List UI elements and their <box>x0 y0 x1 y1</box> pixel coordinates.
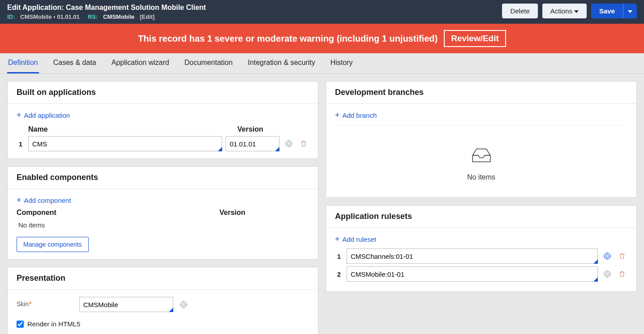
render-html5-input[interactable] <box>17 321 24 328</box>
page-title: Edit Application: Case Management Soluti… <box>7 4 206 12</box>
panel-title: Built on applications <box>8 81 318 104</box>
panel-title: Development branches <box>326 81 636 104</box>
column-version: Version <box>219 209 309 217</box>
column-name: Name <box>28 125 237 133</box>
ruleset-edit-link[interactable]: [Edit] <box>140 13 155 20</box>
render-html5-label: Render in HTML5 <box>27 320 80 328</box>
svg-point-18 <box>604 271 610 277</box>
open-ruleset-icon[interactable] <box>601 250 613 262</box>
svg-point-1 <box>288 142 290 145</box>
tab-bar: Definition Cases & data Application wiza… <box>0 53 644 74</box>
add-ruleset-link[interactable]: + Add ruleset <box>335 235 376 243</box>
development-branches-panel: Development branches + Add branch No ite… <box>326 81 637 198</box>
ruleform-header: Edit Application: Case Management Soluti… <box>0 0 644 24</box>
plus-icon: + <box>17 111 21 119</box>
skin-input[interactable] <box>79 297 173 312</box>
tab-cases-data[interactable]: Cases & data <box>52 53 97 73</box>
svg-point-7 <box>182 303 185 306</box>
open-rule-icon[interactable] <box>283 138 295 150</box>
svg-point-0 <box>286 141 292 147</box>
skin-label: Skin* <box>17 300 75 309</box>
app-name-input[interactable] <box>28 136 222 151</box>
row-number: 1 <box>335 253 343 260</box>
rs-label: RS: <box>88 13 98 20</box>
warning-text: This record has 1 severe or moderate war… <box>138 34 438 44</box>
review-edit-button[interactable]: Review/Edit <box>444 30 506 47</box>
row-number: 2 <box>335 270 343 278</box>
open-skin-icon[interactable] <box>178 299 189 310</box>
delete-row-icon[interactable] <box>617 268 627 280</box>
application-rulesets-panel: Application rulesets + Add ruleset 1 <box>326 205 637 292</box>
ruleset-row: 1 <box>335 248 627 264</box>
tab-documentation[interactable]: Documentation <box>184 53 234 73</box>
presentation-panel: Presentation Skin* Render in HTML5 <box>7 267 318 334</box>
add-component-link[interactable]: + Add component <box>17 196 71 204</box>
ruleset-input[interactable] <box>347 248 598 264</box>
panel-title: Presentation <box>8 267 318 290</box>
delete-row-icon[interactable] <box>617 250 627 262</box>
plus-icon: + <box>335 235 340 243</box>
no-items-text: No items <box>17 217 309 237</box>
tab-history[interactable]: History <box>330 53 354 73</box>
svg-point-13 <box>606 255 609 257</box>
delete-button[interactable]: Delete <box>502 4 537 18</box>
svg-point-12 <box>604 253 610 259</box>
actions-button[interactable]: Actions <box>542 4 587 18</box>
column-version: Version <box>237 125 309 133</box>
delete-row-icon[interactable] <box>298 138 309 150</box>
app-version-input[interactable] <box>226 136 279 151</box>
render-html5-checkbox[interactable]: Render in HTML5 <box>17 320 309 328</box>
tab-integration-security[interactable]: Integration & security <box>247 53 316 73</box>
divider <box>335 125 627 126</box>
manage-components-button[interactable]: Manage components <box>17 237 89 252</box>
column-component: Component <box>17 209 219 217</box>
id-label: ID: <box>7 13 15 20</box>
save-button[interactable]: Save <box>591 4 623 18</box>
ruleset-row: 2 <box>335 266 627 282</box>
rs-value[interactable]: CMSMobile <box>103 13 134 20</box>
plus-icon: + <box>335 111 340 119</box>
svg-point-19 <box>606 273 609 275</box>
panel-title: Application rulesets <box>326 206 636 228</box>
svg-point-6 <box>180 301 187 308</box>
inbox-icon <box>335 146 627 167</box>
built-on-row: 1 <box>17 136 309 151</box>
enabled-components-panel: Enabled components + Add component Compo… <box>7 166 318 260</box>
tab-application-wizard[interactable]: Application wizard <box>111 53 170 73</box>
warning-banner: This record has 1 severe or moderate war… <box>0 24 644 53</box>
add-branch-link[interactable]: + Add branch <box>335 111 377 119</box>
plus-icon: + <box>17 196 21 204</box>
ruleset-input[interactable] <box>347 266 598 282</box>
no-items-text: No items <box>335 173 627 181</box>
built-on-applications-panel: Built on applications + Add application … <box>7 81 318 159</box>
id-value: CMSMobile • 01.01.01 <box>20 13 79 20</box>
add-application-link[interactable]: + Add application <box>17 111 70 119</box>
required-icon: * <box>29 300 32 309</box>
chevron-down-icon <box>574 10 579 13</box>
tab-definition[interactable]: Definition <box>7 53 39 73</box>
open-ruleset-icon[interactable] <box>601 268 613 280</box>
save-options-button[interactable] <box>623 4 637 18</box>
row-number: 1 <box>17 140 25 148</box>
chevron-down-icon <box>628 10 632 13</box>
panel-title: Enabled components <box>8 167 318 189</box>
